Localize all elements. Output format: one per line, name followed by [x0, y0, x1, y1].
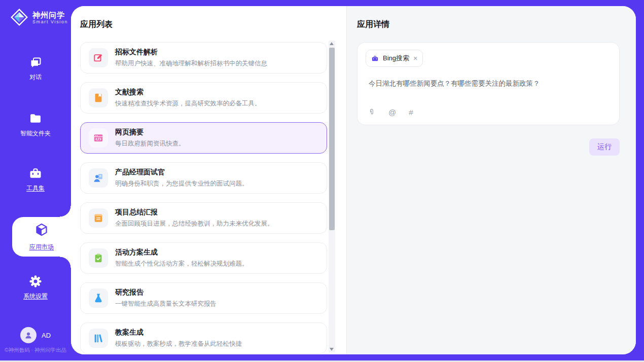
- user-initials: AD: [42, 332, 51, 339]
- app-title: 文献搜索: [115, 88, 261, 97]
- sidebar-item-label: 系统设置: [0, 292, 71, 301]
- app-desc: 全面回顾项目进展，总结经验教训，助力未来优化发展。: [115, 220, 274, 228]
- app-card-web-summary[interactable]: 网页摘要 每日政府新闻资讯快查。: [80, 122, 327, 154]
- chat-icon: [29, 56, 43, 69]
- run-row: 运行: [357, 138, 620, 156]
- app-card-event-plan[interactable]: 活动方案生成 智能生成个性化活动方案，轻松解决规划难题。: [80, 242, 327, 274]
- app-title: 活动方案生成: [115, 248, 248, 257]
- prompt-card[interactable]: Bing搜索 × 今日湖北有哪些新闻要点？有哪些需要关注的最新政策？ @ #: [357, 42, 620, 125]
- hash-icon[interactable]: #: [409, 108, 413, 117]
- brand-logo: 神州问学 Smart Vision: [0, 0, 71, 26]
- clipboard-check-icon: [89, 248, 108, 268]
- sidebar-item-label: 智能文件夹: [0, 129, 71, 138]
- brand-subtitle: Smart Vision: [32, 19, 68, 24]
- app-detail-panel: 应用详情 Bing搜索 × 今日湖北有哪些新闻要点？有哪些需要关注的最新政策？: [346, 6, 636, 354]
- app-title: 项目总结汇报: [115, 208, 274, 217]
- app-list-title: 应用列表: [80, 19, 346, 30]
- app-title: 网页摘要: [115, 128, 185, 137]
- memo-icon: [89, 208, 108, 228]
- app-card-project-summary[interactable]: 项目总结汇报 全面回顾项目进展，总结经验教训，助力未来优化发展。: [80, 202, 327, 234]
- app-card-pm-interviewer[interactable]: 产品经理面试官 明确身份和职责，为您提供专业性的面试问题。: [80, 162, 327, 194]
- sidebar: 神州问学 Smart Vision 对话 智能文件夹 工具: [0, 0, 71, 360]
- app-card-lesson-plan[interactable]: 教案生成 模板驱动，教案秒成，教学准备从此轻松快捷: [80, 322, 327, 354]
- books-icon: [89, 329, 108, 348]
- app-desc: 智能生成个性化活动方案，轻松解决规划难题。: [115, 260, 248, 268]
- run-button[interactable]: 运行: [589, 138, 620, 156]
- content-area: 应用列表 招标文件解析 帮助用户快速、准确地理解和解析招标书中的关键信息: [71, 6, 636, 354]
- input-toolbar: @ #: [368, 107, 413, 117]
- cube-icon: [34, 222, 49, 237]
- app-detail-title: 应用详情: [357, 19, 620, 30]
- flask-icon: [89, 288, 108, 308]
- browser-code-icon: [89, 128, 108, 148]
- mention-icon[interactable]: @: [388, 108, 396, 117]
- diamond-logo-icon: [10, 8, 28, 26]
- app-desc: 每日政府新闻资讯快查。: [115, 139, 185, 148]
- app-title: 产品经理面试官: [115, 168, 248, 177]
- app-cards: 招标文件解析 帮助用户快速、准确地理解和解析招标书中的关键信息 文献搜索 快速精…: [80, 42, 327, 354]
- briefcase-icon: [371, 55, 379, 62]
- folder-icon: [28, 112, 43, 126]
- tool-chip-bing-search[interactable]: Bing搜索 ×: [366, 50, 423, 67]
- gear-icon: [28, 274, 43, 288]
- list-scrollbar[interactable]: [329, 41, 335, 352]
- app-card-literature-search[interactable]: 文献搜索 快速精准查找学术资源，提高研究效率的必备工具。: [80, 82, 327, 114]
- tool-chip-label: Bing搜索: [383, 54, 409, 63]
- prompt-input[interactable]: 今日湖北有哪些新闻要点？有哪些需要关注的最新政策？: [369, 79, 611, 88]
- user-account[interactable]: AD: [0, 327, 71, 343]
- avatar: [20, 327, 37, 343]
- scroll-down-arrow-icon[interactable]: [330, 348, 334, 351]
- sidebar-item-settings[interactable]: 系统设置: [0, 274, 71, 301]
- sidebar-item-app-market[interactable]: 应用市场: [12, 217, 71, 257]
- app-title: 研究报告: [115, 288, 217, 297]
- scrollbar-thumb[interactable]: [329, 48, 335, 230]
- sidebar-item-chat[interactable]: 对话: [0, 56, 71, 82]
- app-card-research-report[interactable]: 研究报告 一键智能生成高质量长文本研究报告: [80, 282, 327, 314]
- copyright-footer: ©神州数码 · 神州问学出品: [0, 347, 71, 354]
- app-frame: 神州问学 Smart Vision 对话 智能文件夹 工具: [0, 0, 644, 360]
- app-title: 招标文件解析: [115, 48, 267, 57]
- app-desc: 快速精准查找学术资源，提高研究效率的必备工具。: [115, 99, 261, 108]
- app-list-panel: 应用列表 招标文件解析 帮助用户快速、准确地理解和解析招标书中的关键信息: [71, 6, 346, 354]
- book-icon: [89, 88, 108, 107]
- sidebar-item-label: 应用市场: [12, 243, 71, 251]
- scroll-up-arrow-icon[interactable]: [330, 42, 334, 45]
- app-desc: 明确身份和职责，为您提供专业性的面试问题。: [115, 179, 248, 188]
- attachment-icon[interactable]: [368, 107, 376, 117]
- app-desc: 帮助用户快速、准确地理解和解析招标书中的关键信息: [115, 59, 267, 68]
- app-desc: 模板驱动，教案秒成，教学准备从此轻松快捷: [115, 340, 242, 348]
- sidebar-item-label: 对话: [0, 73, 71, 82]
- toolbox-icon: [28, 166, 43, 180]
- brand-name: 神州问学: [32, 11, 68, 19]
- edit-doc-icon: [89, 48, 108, 67]
- close-icon[interactable]: ×: [413, 55, 417, 62]
- person-icon: [24, 331, 33, 340]
- sidebar-item-smart-folder[interactable]: 智能文件夹: [0, 112, 71, 138]
- interviewer-icon: [89, 168, 108, 188]
- sidebar-item-label: 工具集: [0, 184, 71, 193]
- app-desc: 一键智能生成高质量长文本研究报告: [115, 300, 217, 308]
- app-title: 教案生成: [115, 328, 242, 337]
- app-card-bid-analysis[interactable]: 招标文件解析 帮助用户快速、准确地理解和解析招标书中的关键信息: [80, 42, 327, 74]
- sidebar-item-toolset[interactable]: 工具集: [0, 166, 71, 193]
